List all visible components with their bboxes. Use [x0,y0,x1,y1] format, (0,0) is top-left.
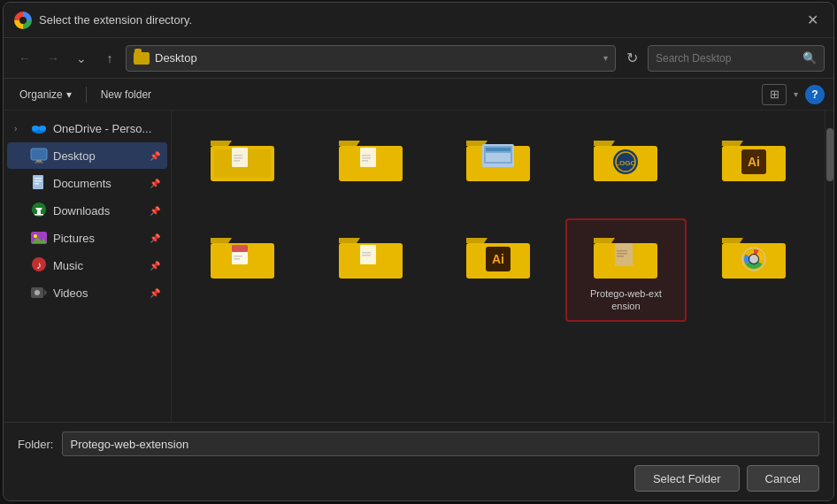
forward-button[interactable]: → [41,46,65,71]
folder-row: Folder: [18,431,819,456]
folder-label-protego: Protego-web-ext ension [581,287,670,313]
pin-icon: 📌 [150,288,160,298]
address-text: Desktop [155,51,598,65]
view-button[interactable]: ⊞ [762,84,787,105]
folder-icon-wrap [335,227,406,284]
svg-rect-3 [31,149,47,160]
view-chevron-icon: ▾ [794,89,798,99]
pin-icon: 📌 [150,206,160,216]
folder-svg: Ai [463,227,534,284]
folder-item[interactable] [310,218,430,322]
new-folder-button[interactable]: New folder [94,86,158,103]
pictures-icon [30,229,48,247]
svg-rect-7 [35,178,42,179]
folder-svg: LOGO [590,130,661,187]
svg-rect-32 [362,160,368,162]
folder-svg [590,227,661,284]
svg-rect-4 [36,160,42,162]
folder-input[interactable] [62,431,819,456]
svg-rect-5 [35,162,43,164]
actionbar: Organize ▾ New folder ⊞ ▾ ? [4,79,833,111]
search-box[interactable]: 🔍 [648,45,825,72]
svg-rect-36 [486,148,511,151]
cancel-button[interactable]: Cancel [747,465,819,492]
sidebar-item-downloads[interactable]: Downloads 📌 [7,197,167,224]
search-input[interactable] [656,52,799,65]
sidebar-item-label-pictures: Pictures [53,232,144,245]
svg-text:Ai: Ai [492,252,504,266]
folder-svg [335,227,406,284]
svg-rect-52 [362,252,371,254]
folder-icon-wrap [207,130,278,187]
folder-item[interactable]: LOGO [565,121,686,211]
videos-icon [30,284,48,302]
documents-icon [30,174,48,192]
scroll-track[interactable] [825,111,833,422]
organize-label: Organize [19,88,63,101]
svg-point-65 [749,255,758,263]
svg-rect-9 [35,183,39,185]
dialog-title: Select the extension directory. [39,13,192,27]
pin-icon: 📌 [150,261,160,271]
svg-marker-20 [44,289,47,296]
button-row: Select Folder Cancel [18,465,819,492]
sidebar-item-onedrive[interactable]: › OneDrive - Perso... [7,115,167,141]
scroll-thumb[interactable] [826,128,833,181]
sidebar-item-videos[interactable]: Videos 📌 [7,279,167,306]
address-bar[interactable]: Desktop ▾ [126,45,616,72]
back-button[interactable]: ← [12,46,37,71]
folder-item[interactable] [694,218,814,322]
dropdown-button[interactable]: ⌄ [69,46,94,71]
help-button[interactable]: ? [805,85,825,104]
sidebar-item-music[interactable]: ♪ Music 📌 [7,252,167,279]
dialog-window: Select the extension directory. ✕ ← → ⌄ … [3,2,834,501]
folder-icon-wrap [207,227,278,284]
folder-icon-wrap [718,227,789,284]
select-folder-button[interactable]: Select Folder [634,465,740,492]
sidebar-item-label-videos: Videos [53,286,144,300]
up-button[interactable]: ↑ [97,46,122,71]
pin-icon: 📌 [150,151,160,161]
svg-text:LOGO: LOGO [616,159,637,167]
organize-button[interactable]: Organize ▾ [12,86,79,103]
folder-icon-wrap [590,227,661,284]
folder-svg [207,227,278,284]
folder-icon-wrap: Ai [463,227,534,284]
sidebar-item-desktop[interactable]: Desktop 📌 [7,142,167,169]
svg-rect-6 [33,175,43,189]
folder-icon-wrap: LOGO [590,130,661,187]
sidebar-item-documents[interactable]: Documents 📌 [7,170,167,196]
svg-rect-27 [234,160,240,162]
titlebar-left: Select the extension directory. [14,11,192,29]
organize-chevron-icon: ▾ [66,88,72,101]
sidebar-item-label-desktop: Desktop [53,149,144,163]
svg-rect-49 [234,258,240,260]
folder-item[interactable] [182,218,303,322]
svg-rect-53 [362,255,371,256]
svg-rect-61 [617,256,624,257]
svg-rect-30 [362,155,371,157]
svg-rect-26 [234,157,242,159]
folder-item[interactable] [310,121,430,211]
svg-text:Ai: Ai [748,155,760,169]
close-button[interactable]: ✕ [802,10,823,31]
folder-icon-wrap: Ai [718,130,789,187]
folder-item[interactable] [182,121,303,211]
folder-svg [718,227,789,284]
svg-point-21 [35,290,40,295]
folder-svg [463,130,534,187]
svg-rect-13 [35,214,43,216]
svg-rect-12 [37,211,41,214]
bottom-panel: Folder: Select Folder Cancel [4,422,833,500]
folder-item-protego[interactable]: Protego-web-ext ension [565,218,686,322]
folder-item[interactable]: Ai [694,121,814,211]
sidebar-item-label-music: Music [53,259,144,272]
titlebar: Select the extension directory. ✕ [4,3,833,38]
folder-item[interactable]: Ai [438,218,558,322]
folder-svg [335,130,406,187]
svg-rect-25 [234,155,242,157]
refresh-button[interactable]: ↻ [619,46,644,71]
folder-item[interactable] [438,121,558,211]
svg-point-15 [34,234,37,238]
sidebar-item-pictures[interactable]: Pictures 📌 [7,225,167,251]
